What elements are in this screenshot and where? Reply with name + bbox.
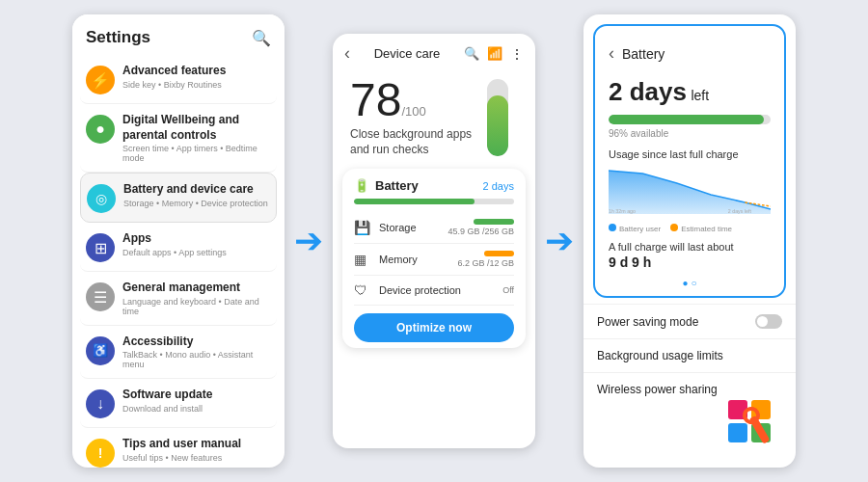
- battery-icon-small: 🔋: [354, 178, 369, 193]
- settings-list: ⚡ Advanced features Side key • Bixby Rou…: [72, 55, 285, 468]
- search-icon[interactable]: 🔍: [252, 29, 271, 47]
- battery-detail-title: Battery: [622, 46, 665, 62]
- dots-indicator: ● ○: [595, 276, 784, 290]
- score-bar: [487, 79, 508, 156]
- settings-item-general[interactable]: ☰ General management Language and keyboa…: [80, 272, 277, 326]
- battery-available-pct: 96% available: [595, 126, 784, 145]
- settings-item-accessibility[interactable]: ♿ Accessibility TalkBack • Mono audio • …: [80, 326, 277, 380]
- background-usage-label: Background usage limits: [597, 349, 723, 362]
- settings-item-digital-wellbeing[interactable]: ● Digital Wellbeing and parental control…: [80, 104, 277, 173]
- usage-title: Usage since last full charge: [595, 145, 784, 162]
- svg-rect-3: [728, 423, 747, 442]
- care-item-memory: ▦ Memory 6.2 GB /12 GB: [354, 244, 514, 276]
- storage-bar-wrap: 45.9 GB /256 GB: [448, 219, 514, 236]
- search-icon-dc[interactable]: 🔍: [464, 46, 479, 61]
- storage-label: Storage: [379, 222, 448, 233]
- score-max: /100: [401, 104, 425, 119]
- software-icon: ↓: [86, 389, 115, 418]
- battery-detail-card: ‹ Battery 2 days left 96% available Usag…: [593, 24, 786, 298]
- settings-item-battery[interactable]: ◎ Battery and device care Storage • Memo…: [80, 173, 277, 223]
- settings-item-advanced[interactable]: ⚡ Advanced features Side key • Bixby Rou…: [80, 55, 277, 104]
- battery-detail-screen: ‹ Battery 2 days left 96% available Usag…: [583, 14, 796, 468]
- advanced-icon: ⚡: [86, 66, 115, 94]
- tips-icon: !: [86, 439, 115, 468]
- legend-battery: Battery user: [609, 224, 661, 233]
- care-item-protection: 🛡 Device protection Off: [354, 276, 514, 306]
- back-icon[interactable]: ‹: [344, 43, 350, 64]
- battery-device-icon: ◎: [87, 184, 116, 213]
- back-icon-battery[interactable]: ‹: [609, 43, 614, 64]
- memory-value: 6.2 GB /12 GB: [457, 258, 514, 268]
- general-text: General management Language and keyboard…: [122, 281, 271, 316]
- score-desc: Close background apps and run checks: [350, 127, 472, 157]
- score-bar-fill: [487, 95, 508, 155]
- score-section: 78/100 Close background apps and run che…: [333, 67, 535, 163]
- score-row: 78/100: [350, 77, 472, 123]
- wireless-sharing-label: Wireless power sharing: [597, 383, 718, 396]
- device-care-title: Device care: [374, 46, 441, 61]
- battery-dot: [609, 224, 616, 231]
- memory-icon: ▦: [354, 252, 371, 267]
- battery-top-bar: [354, 199, 514, 204]
- advanced-text: Advanced features Side key • Bixby Routi…: [122, 64, 271, 90]
- full-charge-label: A full charge will last about: [595, 237, 784, 254]
- settings-title: Settings: [86, 28, 150, 47]
- estimated-dot: [670, 224, 678, 231]
- more-icon[interactable]: ⋮: [510, 46, 524, 62]
- wrench-illustration: [709, 381, 796, 468]
- bar-chart-icon[interactable]: 📶: [487, 46, 502, 61]
- score-number: 78: [350, 74, 401, 125]
- battery-progress-wrap: [595, 111, 784, 126]
- tips-text: Tips and user manual Useful tips • New f…: [122, 437, 271, 463]
- battery-days-label: 2 days: [483, 180, 514, 192]
- memory-bar-wrap: 6.2 GB /12 GB: [457, 251, 514, 268]
- storage-value: 45.9 GB /256 GB: [448, 227, 514, 236]
- care-item-storage: 💾 Storage 45.9 GB /256 GB: [354, 212, 514, 244]
- score-text-wrap: 78/100 Close background apps and run che…: [350, 77, 472, 157]
- wellbeing-text: Digital Wellbeing and parental controls …: [122, 113, 271, 163]
- battery-detail-header: ‹ Battery: [595, 34, 784, 67]
- memory-bar: [484, 251, 514, 256]
- software-text: Software update Download and install: [122, 388, 271, 414]
- general-icon: ☰: [86, 282, 115, 311]
- chart-label-left: 1h 32m ago: [609, 208, 636, 214]
- battery-days-large: 2 days left: [595, 67, 784, 111]
- memory-label: Memory: [379, 254, 457, 265]
- arrow-1: ➔: [294, 221, 323, 261]
- battery-card: 🔋 Battery 2 days 💾 Storage 45.9 GB /256 …: [342, 169, 526, 348]
- settings-header: Settings 🔍: [72, 14, 285, 55]
- apps-icon: ⊞: [86, 233, 115, 262]
- settings-item-software[interactable]: ↓ Software update Download and install: [80, 379, 277, 428]
- battery-progress-fill: [609, 115, 764, 124]
- chart-svg: 1h 32m ago 2 days left: [609, 166, 771, 214]
- accessibility-icon: ♿: [86, 336, 115, 365]
- accessibility-text: Accessibility TalkBack • Mono audio • As…: [122, 335, 271, 370]
- optimize-button[interactable]: Optimize now: [354, 313, 514, 342]
- storage-bar: [474, 219, 514, 225]
- battery-top-bar-fill: [354, 199, 475, 204]
- storage-icon: 💾: [354, 220, 371, 235]
- chart-label-right: 2 days left: [728, 208, 752, 214]
- battery-option-background[interactable]: Background usage limits: [583, 338, 796, 372]
- usage-chart: 1h 32m ago 2 days left: [595, 162, 784, 220]
- shield-icon: 🛡: [354, 282, 371, 298]
- days-number: 2 days: [609, 77, 687, 106]
- settings-item-apps[interactable]: ⊞ Apps Default apps • App settings: [80, 223, 277, 272]
- power-saving-label: Power saving mode: [597, 315, 698, 329]
- apps-text: Apps Default apps • App settings: [122, 231, 271, 257]
- protection-label: Device protection: [379, 284, 502, 296]
- wrench-svg: [709, 381, 796, 468]
- device-care-header: ‹ Device care 🔍 📶 ⋮: [333, 34, 535, 67]
- protection-value: Off: [502, 285, 514, 295]
- battery-option-power-saving[interactable]: Power saving mode: [583, 304, 796, 338]
- arrow-2: ➔: [545, 221, 574, 261]
- legend-estimated: Estimated time: [670, 224, 732, 233]
- settings-screen: Settings 🔍 ⚡ Advanced features Side key …: [72, 14, 285, 468]
- days-suffix: left: [691, 88, 709, 103]
- power-saving-toggle[interactable]: [755, 314, 782, 329]
- battery-card-title: 🔋 Battery: [354, 178, 419, 193]
- battery-text: Battery and device care Storage • Memory…: [123, 182, 270, 208]
- device-care-screen: ‹ Device care 🔍 📶 ⋮ 78/100 Close backgro…: [333, 34, 535, 448]
- settings-item-tips[interactable]: ! Tips and user manual Useful tips • New…: [80, 428, 277, 468]
- main-container: Settings 🔍 ⚡ Advanced features Side key …: [0, 0, 868, 482]
